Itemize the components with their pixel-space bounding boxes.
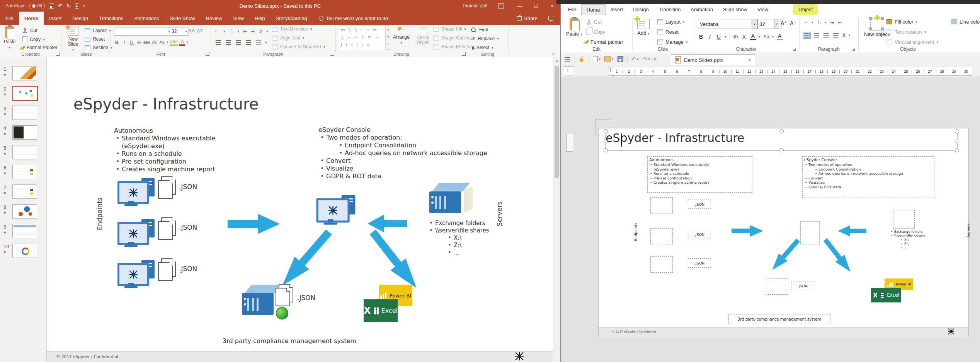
lo-tab-view[interactable]: View xyxy=(752,4,773,15)
tab-file[interactable]: File xyxy=(0,12,19,25)
slide-thumbnail-1[interactable]: 1★ xyxy=(0,65,46,85)
bold-button[interactable]: B xyxy=(114,39,120,45)
json-label[interactable]: .JSON xyxy=(791,282,814,290)
find-button[interactable]: Find xyxy=(471,27,488,32)
tab-review[interactable]: Review xyxy=(201,12,228,25)
pane-splitter[interactable] xyxy=(566,134,573,152)
endpoints-label[interactable]: Endpoints xyxy=(633,223,638,241)
lo-vertical-alignment-button[interactable]: Vertical alignment▾ xyxy=(886,39,938,45)
lo-justify-icon[interactable] xyxy=(832,32,839,38)
lo-bold-button[interactable]: B xyxy=(698,34,704,40)
selection-handle[interactable] xyxy=(779,129,784,133)
close-document-icon[interactable]: × xyxy=(748,57,751,63)
justify-icon[interactable] xyxy=(245,39,252,46)
shapes-gallery[interactable]: ▭ ╲ ╲ □ ○ ▭ △ ⌐ ⇨ ⇩ ↻ ～ ∫ ) ~ { } ☆ xyxy=(339,26,388,50)
arrow-console-to-reports[interactable] xyxy=(821,236,855,275)
line-spacing-icon[interactable]: ⇵ xyxy=(259,29,262,34)
italic-button[interactable]: I xyxy=(121,39,127,45)
drawing-dialog-launcher-icon[interactable] xyxy=(462,52,466,56)
highlight-button[interactable]: abc xyxy=(170,39,178,46)
font-color-button[interactable]: A xyxy=(179,39,185,46)
thumbnail-preview[interactable] xyxy=(12,244,37,258)
lo-line-spacing-icon[interactable]: ⇵ xyxy=(842,32,846,38)
undo-icon[interactable]: ↶▾ xyxy=(631,56,639,63)
lo-add-slide-button[interactable]: Add ▾ xyxy=(637,19,650,36)
ribbon-display-options-icon[interactable] xyxy=(498,3,504,9)
console-textblock[interactable]: eSpyder Console Two modes of operation:E… xyxy=(802,156,934,198)
section-button[interactable]: Section▾ xyxy=(85,45,112,50)
text-direction-button[interactable]: Text Direction▾ xyxy=(272,26,312,32)
thumbnail-preview[interactable] xyxy=(12,66,37,80)
servers-label[interactable]: Servers xyxy=(966,223,970,237)
lo-italic-button[interactable]: I xyxy=(707,34,713,40)
change-case-button[interactable]: Aa xyxy=(159,40,165,44)
thumbnail-preview[interactable] xyxy=(12,125,37,140)
image-placeholder[interactable] xyxy=(893,210,915,229)
font-size-combo[interactable]: 32▾ xyxy=(170,27,189,36)
image-placeholder[interactable] xyxy=(766,278,788,295)
slide-thumbnail-3[interactable]: 3★ xyxy=(0,104,46,124)
lo-format-painter-button[interactable]: Format painter xyxy=(586,39,623,45)
lo-decrease-size-button[interactable]: A⁻ xyxy=(790,20,796,26)
share-button[interactable]: Share xyxy=(517,15,543,21)
tell-me-box[interactable]: Tell me what you want to do xyxy=(319,15,388,21)
selection-handle[interactable] xyxy=(779,148,784,152)
lo-paste-button[interactable]: Paste ▾ xyxy=(566,18,582,37)
lo-align-center-icon[interactable] xyxy=(813,32,820,38)
convert-smartart-button[interactable]: Convert to SmartArt▾ xyxy=(272,44,325,50)
scroll-up-icon[interactable]: ▲ xyxy=(553,59,560,63)
collapse-ribbon-icon[interactable]: ∧ xyxy=(552,51,555,56)
right-indent-marker[interactable] xyxy=(967,72,972,75)
thumbnail-preview[interactable] xyxy=(12,86,38,101)
slide-thumbnail-6[interactable]: 6★ xyxy=(0,164,46,183)
toolbar-overflow-icon[interactable]: » xyxy=(654,56,657,62)
tab-view[interactable]: View xyxy=(228,12,249,25)
json-label[interactable]: .JSON xyxy=(688,200,711,209)
lo-object-menu[interactable]: Object xyxy=(793,4,818,15)
lo-tab-home[interactable]: Home xyxy=(581,4,606,15)
autosave-toggle[interactable]: Off xyxy=(29,3,45,9)
image-placeholder[interactable] xyxy=(650,197,673,213)
increase-indent-icon[interactable]: ⇥ xyxy=(251,29,255,34)
autonomous-textblock[interactable]: Autonomous Standard Windows executable (… xyxy=(647,156,752,193)
lo-tab-transition[interactable]: Transition xyxy=(654,4,686,15)
columns-icon[interactable] xyxy=(255,39,262,46)
lo-case-button[interactable]: Aa xyxy=(763,34,769,39)
slide-thumbnail-7[interactable]: 7★ xyxy=(0,183,46,203)
align-left-icon[interactable] xyxy=(215,39,222,46)
lo-font-size-combo[interactable]: 32▾ xyxy=(757,19,781,29)
arrow-console-to-compliance[interactable] xyxy=(768,236,803,274)
editor-vertical-scrollbar[interactable]: ▲ xyxy=(553,57,560,362)
lo-tab-file[interactable]: File xyxy=(563,4,581,15)
character-spacing-button[interactable]: AV xyxy=(152,40,158,44)
server-shares-textblock[interactable]: Exchange folders\\server\file sharesX:\Z… xyxy=(890,230,948,250)
autonomous-textblock[interactable]: Autonomous Standard Windows executable (… xyxy=(114,127,230,173)
tab-help[interactable]: Help xyxy=(249,12,271,25)
arrange-button[interactable]: Arrange▾ xyxy=(393,27,410,45)
image-placeholder[interactable] xyxy=(650,256,673,273)
lo-subscript-button[interactable]: X xyxy=(741,34,747,40)
bullets-icon[interactable]: ≔ xyxy=(215,29,219,34)
lo-align-left-icon[interactable] xyxy=(803,32,810,38)
lo-font-color-button[interactable]: A xyxy=(750,33,756,40)
lo-layout-button[interactable]: Layout▾ xyxy=(657,19,685,25)
clipboard-dialog-launcher-icon[interactable] xyxy=(56,52,60,56)
redo-icon[interactable]: ↷▾ xyxy=(643,56,650,63)
impress-slide[interactable]: eSpyder - Infrastructure Autonomous Stan… xyxy=(599,128,968,336)
account-user-name[interactable]: Thomas Zell xyxy=(462,3,487,9)
lo-text-rotation-button[interactable]: Text rotation▾ xyxy=(886,29,926,35)
slide-thumbnail-4[interactable]: 4★ xyxy=(0,124,46,144)
shape-fill-button[interactable]: Shape Fill▾ xyxy=(433,26,466,32)
tab-stop-selector[interactable]: L xyxy=(564,66,573,75)
select-button[interactable]: Select▾ xyxy=(471,45,493,50)
arrow-servers-to-console[interactable] xyxy=(838,225,866,236)
lo-font-name-combo[interactable]: Verdana▾ xyxy=(698,19,759,29)
indent-marker-bottom[interactable] xyxy=(608,72,612,75)
shapes-gallery-scroll[interactable]: ▲▼≡ xyxy=(385,26,391,50)
grow-font-icon[interactable]: A˄ xyxy=(188,28,194,34)
image-placeholder[interactable] xyxy=(650,228,673,244)
lo-tab-slideshow[interactable]: Slide show xyxy=(718,4,752,15)
open-file-icon[interactable]: ▾ xyxy=(604,56,614,61)
thumbnail-preview[interactable] xyxy=(12,106,37,120)
align-text-button[interactable]: Align Text▾ xyxy=(272,35,304,41)
